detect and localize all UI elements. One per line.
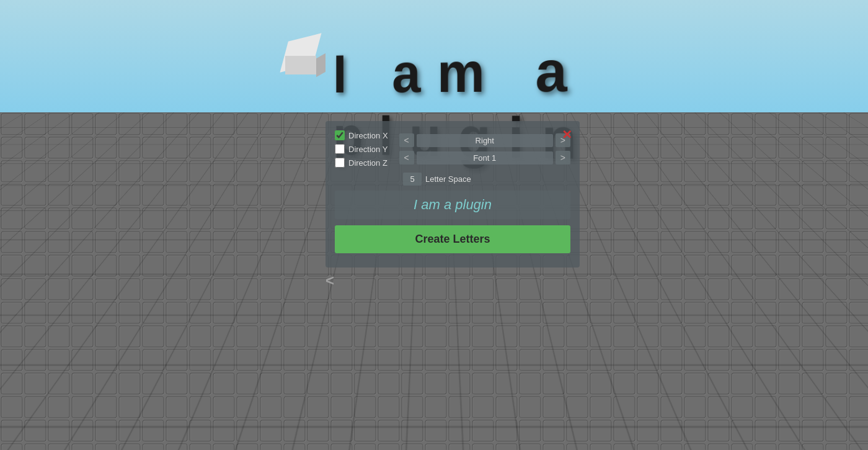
close-button[interactable]: ✕ <box>562 128 572 141</box>
direction-selector-row: < Right > <box>399 133 570 147</box>
checkbox-group: Direction X Direction Y Direction Z <box>335 130 388 168</box>
font-right-button[interactable]: > <box>556 151 570 164</box>
font-selector-row: < Font 1 > <box>399 151 570 164</box>
checkbox-direction-x[interactable]: Direction X <box>335 130 388 140</box>
font-value: Font 1 <box>417 151 553 164</box>
direction-z-label: Direction Z <box>348 158 388 168</box>
letter-space-label: Letter Space <box>425 174 471 184</box>
letter-space-input[interactable] <box>403 173 422 186</box>
letter-space-row: Letter Space <box>335 173 570 186</box>
text-input[interactable] <box>335 191 570 219</box>
cube-3d <box>279 37 319 78</box>
selectors-group: < Right > < Font 1 > <box>399 133 570 164</box>
direction-value: Right <box>417 134 553 147</box>
checkbox-direction-y[interactable]: Direction Y <box>335 144 388 154</box>
controls-row: Direction X Direction Y Direction Z < Ri… <box>335 130 570 168</box>
expand-button[interactable]: < <box>326 272 334 289</box>
create-letters-button[interactable]: Create Letters <box>335 225 570 253</box>
direction-x-checkbox[interactable] <box>335 130 345 140</box>
checkbox-direction-z[interactable]: Direction Z <box>335 158 388 168</box>
font-left-button[interactable]: < <box>399 151 414 164</box>
direction-x-label: Direction X <box>348 131 388 140</box>
direction-left-button[interactable]: < <box>399 133 414 147</box>
direction-z-checkbox[interactable] <box>335 158 345 168</box>
cube-front-face <box>285 56 316 74</box>
direction-y-label: Direction Y <box>348 145 388 154</box>
plugin-panel: ✕ Direction X Direction Y Direction Z <box>326 121 580 268</box>
direction-y-checkbox[interactable] <box>335 144 345 154</box>
scene: I am a plugin ✕ Direction X Direction Y <box>0 0 868 450</box>
